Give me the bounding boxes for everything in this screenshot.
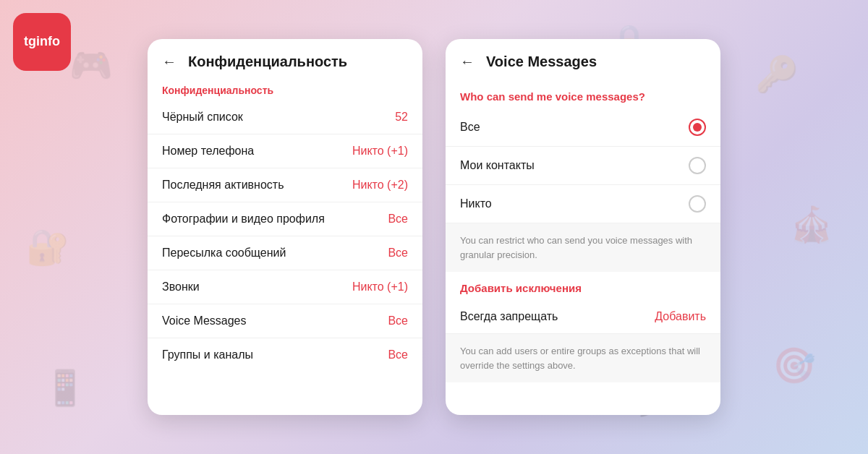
forwarding-label: Пересылка сообщений — [162, 247, 286, 260]
background-decoration: 🎮 🔐 🔒 🔑 📱 🎲 💬 🎯 🔐 🎪 — [0, 0, 868, 454]
phone-value: Никто (+1) — [352, 145, 408, 158]
always-deny-label: Всегда запрещать — [460, 310, 558, 323]
always-deny-item[interactable]: Всегда запрещать Добавить — [446, 300, 720, 334]
voice-messages-panel: ← Voice Messages Who can send me voice m… — [446, 39, 720, 415]
exceptions-info-text: You can add users or entire groups as ex… — [460, 346, 700, 371]
exceptions-info-box: You can add users or entire groups as ex… — [446, 334, 720, 382]
blacklist-label: Чёрный список — [162, 111, 243, 124]
privacy-panel: ← Конфиденциальность Конфиденциальность … — [148, 39, 422, 415]
last-activity-item[interactable]: Последняя активность Никто (+2) — [148, 168, 422, 202]
phone-item[interactable]: Номер телефона Никто (+1) — [148, 134, 422, 168]
last-activity-label: Последняя активность — [162, 179, 284, 192]
restriction-info-text: You can restrict who can send you voice … — [460, 235, 692, 260]
last-activity-value: Никто (+2) — [352, 179, 408, 192]
radio-all-label: Все — [460, 121, 480, 134]
blacklist-item[interactable]: Чёрный список 52 — [148, 100, 422, 134]
radio-all-item[interactable]: Все — [446, 108, 720, 147]
forwarding-item[interactable]: Пересылка сообщений Все — [148, 236, 422, 270]
restriction-info-box: You can restrict who can send you voice … — [446, 223, 720, 272]
radio-contacts-label: Мои контакты — [460, 159, 535, 172]
exceptions-label: Добавить исключения — [446, 272, 720, 300]
radio-nobody-item[interactable]: Никто — [446, 185, 720, 223]
calls-label: Звонки — [162, 280, 200, 294]
voice-messages-panel-title: Voice Messages — [486, 53, 597, 70]
radio-nobody-circle[interactable] — [689, 195, 706, 213]
groups-item[interactable]: Группы и каналы Все — [148, 338, 422, 372]
calls-item[interactable]: Звонки Никто (+1) — [148, 270, 422, 304]
add-exception-button[interactable]: Добавить — [655, 310, 706, 323]
voice-messages-panel-header: ← Voice Messages — [446, 39, 720, 79]
radio-contacts-circle[interactable] — [689, 157, 706, 174]
radio-all-circle[interactable] — [689, 119, 706, 136]
voice-messages-item[interactable]: Voice Messages Все — [148, 304, 422, 338]
voice-messages-value: Все — [388, 314, 408, 327]
voice-messages-label: Voice Messages — [162, 314, 247, 327]
calls-value: Никто (+1) — [352, 280, 408, 294]
privacy-panel-header: ← Конфиденциальность — [148, 39, 422, 79]
blacklist-value: 52 — [395, 111, 408, 124]
privacy-section-label: Конфиденциальность — [148, 79, 422, 100]
privacy-panel-title: Конфиденциальность — [188, 53, 347, 70]
back-button-left[interactable]: ← — [162, 53, 176, 70]
tginfo-logo: tginfo — [13, 13, 71, 71]
photos-label: Фотографии и видео профиля — [162, 213, 325, 226]
groups-value: Все — [388, 348, 408, 361]
forwarding-value: Все — [388, 247, 408, 260]
groups-label: Группы и каналы — [162, 348, 253, 361]
back-button-right[interactable]: ← — [460, 53, 475, 70]
photos-item[interactable]: Фотографии и видео профиля Все — [148, 202, 422, 236]
logo-text: tginfo — [24, 35, 60, 49]
radio-contacts-item[interactable]: Мои контакты — [446, 147, 720, 185]
who-can-send-label: Who can send me voice messages? — [446, 79, 720, 108]
phone-label: Номер телефона — [162, 145, 254, 158]
radio-nobody-label: Никто — [460, 197, 492, 210]
photos-value: Все — [388, 213, 408, 226]
